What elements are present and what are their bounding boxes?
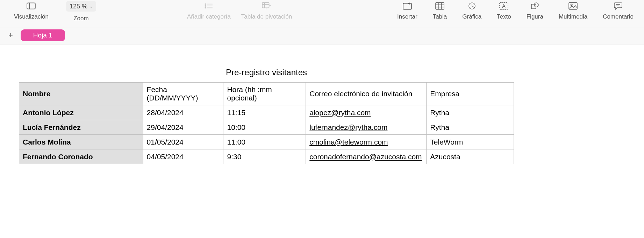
email-link[interactable]: coronadofernando@azucosta.com — [309, 153, 422, 161]
svg-point-27 — [534, 3, 538, 7]
pivot-label: Tabla de pivotación — [241, 13, 292, 20]
cell-date[interactable]: 01/05/2024 — [143, 135, 223, 149]
table-title[interactable]: Pre-registro visitantes — [19, 68, 514, 77]
email-link[interactable]: alopez@rytha.com — [309, 108, 371, 117]
svg-rect-13 — [403, 3, 412, 9]
table-row[interactable]: Fernando Coronado04/05/20249:30coronadof… — [19, 149, 514, 164]
svg-point-6 — [205, 7, 206, 8]
cell-company[interactable]: Rytha — [427, 105, 514, 120]
svg-rect-8 — [263, 2, 270, 8]
shape-button[interactable]: Figura — [527, 2, 543, 20]
svg-point-29 — [571, 4, 572, 6]
cell-name[interactable]: Lucía Fernández — [19, 120, 143, 135]
cell-company[interactable]: Rytha — [427, 120, 514, 135]
table-header-row[interactable]: Nombre Fecha (DD/MM/YYYY) Hora (hh :mm o… — [19, 83, 514, 105]
svg-point-4 — [205, 6, 206, 6]
cell-email[interactable]: alopez@rytha.com — [306, 105, 427, 120]
sheet-bar: + Hoja 1 — [0, 28, 644, 44]
cell-email[interactable]: lufernandez@rytha.com — [306, 120, 427, 135]
add-sheet-button[interactable]: + — [6, 31, 15, 39]
header-time[interactable]: Hora (hh :mm opcional) — [223, 83, 306, 105]
comment-label: Comentario — [603, 13, 634, 20]
cell-email[interactable]: coronadofernando@azucosta.com — [306, 149, 427, 164]
pivot-table-button: Tabla de pivotación — [241, 2, 292, 20]
svg-rect-16 — [436, 2, 444, 9]
list-icon — [204, 2, 214, 10]
toolbar-center: Añadir categoría Tabla de pivotación — [187, 2, 292, 20]
chart-button[interactable]: Gráfica — [462, 2, 481, 20]
add-category-label: Añadir categoría — [187, 13, 231, 20]
table-icon — [435, 2, 445, 10]
insert-label: Insertar — [397, 13, 417, 20]
text-icon: A — [499, 2, 509, 10]
cell-email[interactable]: cmolina@teleworm.com — [306, 135, 427, 149]
table-row[interactable]: Antonio López28/04/202411:15alopez@rytha… — [19, 105, 514, 120]
view-button[interactable]: Visualización — [14, 2, 49, 22]
zoom-label: Zoom — [73, 15, 88, 22]
email-link[interactable]: cmolina@teleworm.com — [309, 138, 388, 146]
insert-icon — [402, 2, 412, 10]
sidebar-icon — [26, 2, 36, 10]
table-button[interactable]: Tabla — [433, 2, 447, 20]
header-date[interactable]: Fecha (DD/MM/YYYY) — [143, 83, 223, 105]
comment-icon — [613, 2, 623, 10]
shape-icon — [530, 2, 540, 10]
media-button[interactable]: Multimedia — [559, 2, 587, 20]
media-label: Multimedia — [559, 13, 587, 20]
zoom-pill[interactable]: 125 % ⌄ — [66, 1, 96, 12]
cell-name[interactable]: Carlos Molina — [19, 135, 143, 149]
cell-date[interactable]: 28/04/2024 — [143, 105, 223, 120]
cell-date[interactable]: 29/04/2024 — [143, 120, 223, 135]
image-icon — [568, 2, 578, 10]
cell-time[interactable]: 9:30 — [223, 149, 306, 164]
toolbar: Visualización 125 % ⌄ Zoom Añadir catego… — [0, 0, 644, 28]
insert-button[interactable]: Insertar — [397, 2, 417, 20]
table-label: Tabla — [433, 13, 447, 20]
add-category-button: Añadir categoría — [187, 2, 231, 20]
cell-name[interactable]: Fernando Coronado — [19, 149, 143, 164]
canvas[interactable]: Pre-registro visitantes Nombre Fecha (DD… — [0, 44, 644, 178]
view-label: Visualización — [14, 13, 49, 20]
email-link[interactable]: lufernandez@rytha.com — [309, 123, 387, 131]
cell-company[interactable]: TeleWorm — [427, 135, 514, 149]
zoom-value: 125 % — [70, 3, 87, 10]
header-name[interactable]: Nombre — [19, 83, 143, 105]
comment-button[interactable]: Comentario — [603, 2, 634, 20]
pivot-icon — [262, 2, 271, 10]
header-company[interactable]: Empresa — [427, 83, 514, 105]
svg-line-23 — [472, 6, 474, 8]
svg-rect-0 — [27, 3, 36, 9]
sheet-tab-active[interactable]: Hoja 1 — [21, 29, 65, 41]
svg-point-2 — [205, 4, 206, 5]
visitor-table[interactable]: Nombre Fecha (DD/MM/YYYY) Hora (hh :mm o… — [19, 82, 514, 164]
text-label: Texto — [497, 13, 511, 20]
cell-company[interactable]: Azucosta — [427, 149, 514, 164]
table-row[interactable]: Carlos Molina01/05/202411:00cmolina@tele… — [19, 135, 514, 149]
cell-time[interactable]: 11:00 — [223, 135, 306, 149]
zoom-button[interactable]: 125 % ⌄ Zoom — [66, 2, 96, 22]
svg-text:A: A — [502, 3, 506, 9]
chart-icon — [467, 2, 477, 10]
toolbar-left: Visualización 125 % ⌄ Zoom — [0, 2, 96, 22]
chevron-down-icon: ⌄ — [90, 4, 93, 9]
cell-time[interactable]: 11:15 — [223, 105, 306, 120]
cell-time[interactable]: 10:00 — [223, 120, 306, 135]
toolbar-right: Insertar Tabla Gráfica A Texto Figura — [397, 2, 644, 20]
header-email[interactable]: Correo electrónico de invitación — [306, 83, 427, 105]
chart-label: Gráfica — [462, 13, 481, 20]
cell-name[interactable]: Antonio López — [19, 105, 143, 120]
cell-date[interactable]: 04/05/2024 — [143, 149, 223, 164]
table-row[interactable]: Lucía Fernández29/04/202410:00lufernande… — [19, 120, 514, 135]
shape-label: Figura — [527, 13, 543, 20]
text-button[interactable]: A Texto — [497, 2, 511, 20]
